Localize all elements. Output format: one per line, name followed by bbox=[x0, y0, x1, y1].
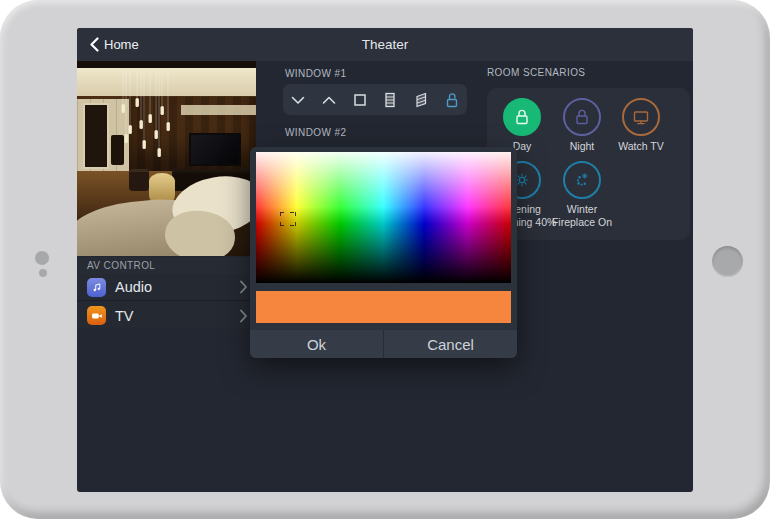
page-title: Theater bbox=[77, 28, 693, 61]
window-up-button[interactable] bbox=[314, 84, 345, 115]
window2-label: WINDOW #2 bbox=[285, 127, 346, 138]
selected-color-swatch bbox=[256, 291, 511, 323]
window-lock-button[interactable] bbox=[436, 84, 467, 115]
music-note-icon bbox=[87, 278, 106, 297]
color-picker-dialog: Ok Cancel bbox=[250, 147, 517, 358]
scenario-label: Watch TV bbox=[611, 140, 671, 153]
app-screen: Home Theater bbox=[77, 28, 693, 492]
scenario-label: Fireplace On bbox=[551, 216, 613, 229]
photo-pendant-lights-icon bbox=[117, 70, 177, 162]
lock-icon bbox=[503, 98, 541, 136]
scenario-night[interactable]: Night bbox=[553, 98, 611, 153]
photo-tv-screen bbox=[189, 133, 241, 166]
av-row-tv[interactable]: TV bbox=[77, 302, 256, 329]
blinds-tilted-icon bbox=[411, 90, 431, 110]
ok-button[interactable]: Ok bbox=[250, 330, 383, 358]
blinds-closed-icon bbox=[380, 90, 400, 110]
lock-icon bbox=[442, 90, 462, 110]
photo-shelf bbox=[181, 105, 256, 115]
scenario-label: Night bbox=[553, 140, 611, 153]
stop-square-icon bbox=[350, 90, 370, 110]
photo-doorway bbox=[83, 103, 109, 169]
scenario-watch-tv[interactable]: Watch TV bbox=[611, 98, 671, 153]
color-selection-marker[interactable] bbox=[280, 212, 294, 226]
scenario-winter-fireplace[interactable]: WinterFireplace On bbox=[551, 161, 613, 229]
photo-ceiling-shadow bbox=[77, 61, 256, 68]
chevron-up-icon bbox=[319, 90, 339, 110]
chevron-down-icon bbox=[288, 90, 308, 110]
chevron-right-icon bbox=[239, 309, 248, 323]
room-photo bbox=[77, 61, 256, 256]
blinds-tilt-button[interactable] bbox=[406, 84, 437, 115]
av-row-label: Audio bbox=[115, 279, 239, 295]
fireplace-icon bbox=[563, 161, 601, 199]
window1-label: WINDOW #1 bbox=[285, 68, 346, 79]
chevron-right-icon bbox=[239, 280, 248, 294]
home-button[interactable] bbox=[712, 246, 743, 277]
dialog-buttons: Ok Cancel bbox=[250, 330, 517, 358]
window1-toolbar bbox=[283, 84, 467, 115]
tv-icon bbox=[622, 98, 660, 136]
av-row-audio[interactable]: Audio bbox=[77, 274, 256, 301]
scenario-label: Winter bbox=[551, 203, 613, 216]
window-down-button[interactable] bbox=[283, 84, 314, 115]
ambient-sensor-icon bbox=[39, 269, 47, 277]
tablet-frame: Home Theater bbox=[0, 0, 770, 519]
window-stop-button[interactable] bbox=[344, 84, 375, 115]
lock-icon bbox=[563, 98, 601, 136]
color-field[interactable] bbox=[256, 152, 511, 283]
av-control-header: AV CONTROL bbox=[77, 257, 256, 274]
cancel-button[interactable]: Cancel bbox=[383, 330, 517, 358]
av-row-label: TV bbox=[115, 308, 239, 324]
room-scenarios-label: ROOM SCENARIOS bbox=[487, 67, 585, 78]
camera-icon bbox=[35, 251, 49, 265]
video-camera-icon bbox=[87, 306, 106, 325]
photo-pouf bbox=[129, 169, 149, 191]
scenarios-panel: Day Night Watch TV EveningDimming 40% bbox=[487, 88, 690, 240]
top-bar: Home Theater bbox=[77, 28, 693, 61]
blinds-closed-button[interactable] bbox=[375, 84, 406, 115]
scenario-day[interactable]: Day bbox=[493, 98, 551, 153]
